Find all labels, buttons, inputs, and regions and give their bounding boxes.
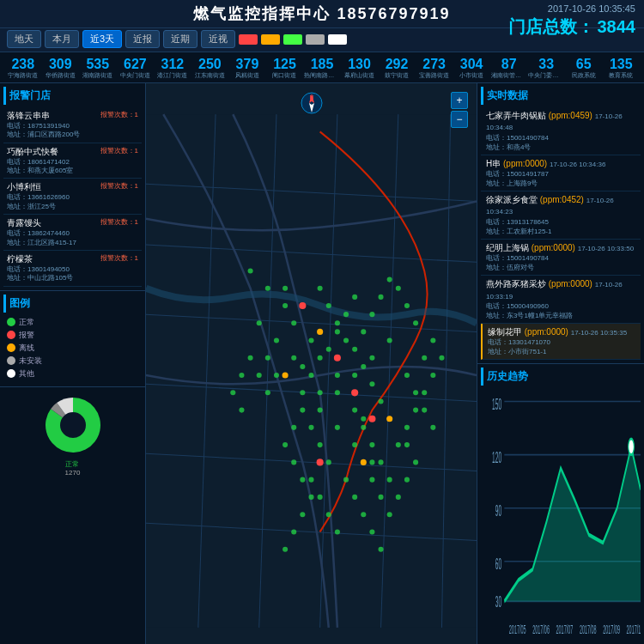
map-dot-green-77[interactable] [413, 407, 418, 412]
map-dot-green-82[interactable] [291, 459, 296, 465]
map-dot-green-45[interactable] [361, 425, 366, 430]
map-dot-green-89[interactable] [352, 495, 357, 500]
map-dot-green-85[interactable] [300, 512, 305, 517]
store-item-2[interactable]: 小博利恒 报警次数：1 电话：13661626960地址：浙江25号 [3, 179, 142, 215]
map-dot-green-10[interactable] [335, 329, 340, 334]
map-dot-green-46[interactable] [369, 442, 374, 447]
map-dot-green-28[interactable] [352, 347, 357, 352]
map-dot-green-20[interactable] [335, 425, 340, 430]
map-dot-green-12[interactable] [352, 295, 357, 300]
map-dot-green-13[interactable] [308, 337, 313, 343]
map-dot-green-19[interactable] [318, 407, 323, 412]
map-dot-green-9[interactable] [326, 347, 331, 352]
map-dot-orange-2[interactable] [361, 459, 367, 465]
map-dot-green-51[interactable] [326, 459, 331, 465]
map-dot-green-18[interactable] [300, 390, 305, 395]
map-dot-green-42[interactable] [335, 320, 340, 325]
map-dot-green-39[interactable] [335, 390, 340, 395]
map-dot-green-58[interactable] [422, 407, 427, 412]
map-dot-green-75[interactable] [430, 373, 435, 378]
map-dot-green-68[interactable] [248, 355, 253, 361]
map-dot-green-5[interactable] [291, 355, 296, 361]
map-dot-green-54[interactable] [326, 512, 331, 517]
map-dot-green-62[interactable] [404, 477, 410, 482]
tab-2[interactable]: 近3天 [82, 30, 122, 48]
map-dot-green-57[interactable] [413, 390, 418, 395]
realtime-item-1[interactable]: H串 (ppm:0000) 17-10-26 10:34:36 电话：15001… [481, 155, 641, 191]
map-dot-green-11[interactable] [343, 312, 349, 317]
map-dot-green-34[interactable] [404, 303, 410, 308]
tab-1[interactable]: 本月 [45, 30, 79, 48]
map-dot-green-56[interactable] [404, 373, 410, 378]
map-dot-green-87[interactable] [283, 547, 288, 552]
map-dot-green-3[interactable] [257, 320, 262, 325]
map-dot-green-47[interactable] [379, 459, 384, 465]
realtime-item-0[interactable]: 七家弄牛肉锅贴 (ppm:0459) 17-10-26 10:34:48 电话：… [481, 107, 641, 155]
map-dot-green-92[interactable] [379, 547, 384, 552]
map-dot-green-63[interactable] [396, 495, 401, 500]
realtime-item-3[interactable]: 纪明上海锅 (ppm:0000) 17-10-26 10:33:50 电话：15… [481, 240, 641, 276]
map-dot-green-50[interactable] [318, 442, 323, 447]
map-dot-red-3[interactable] [317, 459, 324, 465]
map-dot-green-93[interactable] [387, 512, 392, 517]
realtime-item-2[interactable]: 徐家派乡食堂 (ppm:0452) 17-10-26 10:34:23 电话：1… [481, 191, 641, 240]
map-dot-green-84[interactable] [308, 495, 313, 500]
tab-3[interactable]: 近报 [125, 30, 160, 48]
map-dot-green-59[interactable] [430, 425, 435, 430]
map-dot-green-17[interactable] [335, 373, 340, 378]
store-item-1[interactable]: 巧酚中式快餐 报警次数：1 电话：18061471402地址：和燕大厦605室 [3, 143, 142, 179]
map-dot-orange-0[interactable] [283, 372, 289, 378]
tab-5[interactable]: 近视 [201, 30, 235, 48]
map-dot-green-69[interactable] [239, 373, 244, 378]
map-dot-green-78[interactable] [404, 425, 410, 430]
map-dot-green-36[interactable] [387, 337, 392, 343]
map-dot-green-52[interactable] [308, 477, 313, 482]
map-dot-green-64[interactable] [265, 355, 270, 361]
store-item-4[interactable]: 柠檬茶 报警次数：1 电话：13601494050地址：中山北路105号 [3, 251, 142, 287]
map-dot-red-4[interactable] [351, 389, 358, 396]
map-dot-green-83[interactable] [300, 477, 305, 482]
tab-0[interactable]: 地天 [7, 30, 41, 48]
map-dot-green-21[interactable] [352, 442, 357, 447]
map-dot-green-71[interactable] [239, 407, 244, 412]
map-dot-green-95[interactable] [369, 477, 374, 482]
map-dot-green-72[interactable] [422, 355, 427, 361]
map-dot-green-27[interactable] [361, 364, 366, 369]
map-dot-green-32[interactable] [387, 276, 392, 282]
map-dot-green-6[interactable] [308, 373, 313, 378]
map-zoom-in[interactable]: + [451, 92, 468, 109]
map-dot-green-2[interactable] [283, 303, 288, 308]
map-dot-green-76[interactable] [422, 390, 427, 395]
map-dot-green-33[interactable] [396, 286, 401, 291]
map-dot-green-43[interactable] [343, 337, 349, 343]
map-dot-green-44[interactable] [352, 407, 357, 412]
map-dot-green-31[interactable] [379, 295, 384, 300]
map-dot-red-0[interactable] [299, 302, 306, 309]
map-dot-green-25[interactable] [379, 398, 384, 404]
map-dot-green-86[interactable] [291, 529, 296, 534]
map-dot-green-73[interactable] [430, 337, 435, 343]
map-dot-green-88[interactable] [343, 477, 349, 482]
map-dot-green-16[interactable] [318, 355, 323, 361]
map-dot-green-8[interactable] [300, 364, 305, 369]
map-dot-green-55[interactable] [335, 529, 340, 534]
map-dot-green-15[interactable] [283, 286, 288, 291]
map-dot-green-14[interactable] [291, 320, 296, 325]
map-dot-green-53[interactable] [318, 495, 323, 500]
map-dot-orange-3[interactable] [386, 416, 392, 422]
map-dot-green-49[interactable] [308, 425, 313, 430]
map-dot-green-60[interactable] [404, 442, 410, 447]
map-dot-green-48[interactable] [300, 407, 305, 412]
tab-4[interactable]: 近期 [163, 30, 197, 48]
map-dot-green-94[interactable] [379, 495, 384, 500]
store-item-0[interactable]: 落锋云串串 报警次数：1 电话：18751391940地址：浦口区西路200号 [3, 107, 142, 143]
map-dot-green-41[interactable] [326, 303, 331, 308]
realtime-item-5[interactable]: 缘制花甲 (ppm:0000) 17-10-26 10:35:35 电话：133… [481, 324, 641, 360]
map-dot-green-65[interactable] [274, 373, 279, 378]
map-dot-green-67[interactable] [257, 373, 262, 378]
map-dot-green-40[interactable] [318, 286, 323, 291]
map-dot-green-66[interactable] [265, 390, 270, 395]
map-dot-green-37[interactable] [369, 355, 374, 361]
map-dot-green-26[interactable] [369, 381, 374, 386]
map-dot-green-38[interactable] [352, 373, 357, 378]
